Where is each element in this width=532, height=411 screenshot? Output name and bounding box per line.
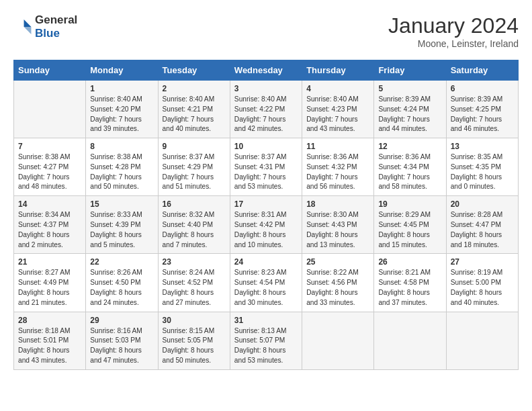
day-number: 15 [90, 199, 153, 209]
cell-content: Sunrise: 8:38 AMSunset: 4:28 PMDaylight:… [90, 152, 153, 192]
cell-content: Sunrise: 8:32 AMSunset: 4:40 PMDaylight:… [163, 210, 226, 250]
col-header-thursday: Thursday [302, 60, 374, 81]
day-number: 16 [163, 199, 226, 209]
calendar-cell: 17Sunrise: 8:31 AMSunset: 4:42 PMDayligh… [230, 196, 302, 254]
day-number: 6 [451, 84, 514, 93]
cell-content: Sunrise: 8:33 AMSunset: 4:39 PMDaylight:… [90, 210, 153, 250]
calendar-cell: 10Sunrise: 8:37 AMSunset: 4:31 PMDayligh… [230, 138, 302, 196]
col-header-sunday: Sunday [14, 60, 86, 81]
calendar-cell: 26Sunrise: 8:21 AMSunset: 4:58 PMDayligh… [374, 254, 446, 312]
calendar-cell: 16Sunrise: 8:32 AMSunset: 4:40 PMDayligh… [158, 196, 230, 254]
cell-content: Sunrise: 8:37 AMSunset: 4:31 PMDaylight:… [234, 152, 298, 192]
calendar-cell: 5Sunrise: 8:39 AMSunset: 4:24 PMDaylight… [374, 81, 446, 138]
calendar-cell [374, 312, 446, 369]
day-number: 18 [306, 199, 369, 209]
col-header-saturday: Saturday [446, 60, 518, 81]
location: Moone, Leinster, Ireland [388, 38, 519, 49]
logo-blue: Blue [35, 27, 60, 40]
calendar-cell: 22Sunrise: 8:26 AMSunset: 4:50 PMDayligh… [86, 254, 158, 312]
day-number: 12 [378, 142, 441, 151]
day-number: 29 [90, 316, 153, 325]
cell-content: Sunrise: 8:31 AMSunset: 4:42 PMDaylight:… [234, 210, 298, 250]
day-number: 19 [378, 199, 441, 209]
col-header-wednesday: Wednesday [230, 60, 302, 81]
day-number: 8 [90, 142, 153, 151]
day-number: 4 [306, 84, 369, 93]
cell-content: Sunrise: 8:37 AMSunset: 4:29 PMDaylight:… [163, 152, 226, 192]
calendar-cell: 9Sunrise: 8:37 AMSunset: 4:29 PMDaylight… [158, 138, 230, 196]
calendar-cell [302, 312, 374, 369]
day-number: 11 [306, 142, 369, 151]
cell-content: Sunrise: 8:13 AMSunset: 5:07 PMDaylight:… [234, 326, 298, 366]
col-header-monday: Monday [86, 60, 158, 81]
svg-marker-0 [24, 19, 32, 27]
calendar-cell: 21Sunrise: 8:27 AMSunset: 4:49 PMDayligh… [14, 254, 86, 312]
calendar-cell: 12Sunrise: 8:36 AMSunset: 4:34 PMDayligh… [374, 138, 446, 196]
cell-content: Sunrise: 8:18 AMSunset: 5:01 PMDaylight:… [18, 326, 81, 366]
svg-marker-1 [24, 27, 32, 34]
cell-content: Sunrise: 8:39 AMSunset: 4:25 PMDaylight:… [451, 95, 514, 134]
logo-icon [13, 17, 32, 36]
calendar-cell: 18Sunrise: 8:30 AMSunset: 4:43 PMDayligh… [302, 196, 374, 254]
cell-content: Sunrise: 8:40 AMSunset: 4:23 PMDaylight:… [306, 95, 369, 134]
cell-content: Sunrise: 8:35 AMSunset: 4:35 PMDaylight:… [451, 152, 514, 192]
calendar-cell: 13Sunrise: 8:35 AMSunset: 4:35 PMDayligh… [446, 138, 518, 196]
calendar-cell: 1Sunrise: 8:40 AMSunset: 4:20 PMDaylight… [86, 81, 158, 138]
day-number: 30 [163, 316, 226, 325]
calendar-cell: 8Sunrise: 8:38 AMSunset: 4:28 PMDaylight… [86, 138, 158, 196]
cell-content: Sunrise: 8:15 AMSunset: 5:05 PMDaylight:… [163, 326, 226, 366]
calendar-cell: 6Sunrise: 8:39 AMSunset: 4:25 PMDaylight… [446, 81, 518, 138]
cell-content: Sunrise: 8:22 AMSunset: 4:56 PMDaylight:… [306, 268, 369, 308]
calendar-cell: 3Sunrise: 8:40 AMSunset: 4:22 PMDaylight… [230, 81, 302, 138]
cell-content: Sunrise: 8:19 AMSunset: 5:00 PMDaylight:… [451, 268, 514, 308]
week-row-3: 14Sunrise: 8:34 AMSunset: 4:37 PMDayligh… [14, 196, 519, 254]
cell-content: Sunrise: 8:27 AMSunset: 4:49 PMDaylight:… [18, 268, 81, 308]
calendar-cell: 29Sunrise: 8:16 AMSunset: 5:03 PMDayligh… [86, 312, 158, 369]
day-number: 28 [18, 316, 81, 325]
month-year: January 2024 [388, 13, 519, 38]
cell-content: Sunrise: 8:30 AMSunset: 4:43 PMDaylight:… [306, 210, 369, 250]
calendar-cell: 27Sunrise: 8:19 AMSunset: 5:00 PMDayligh… [446, 254, 518, 312]
day-number: 3 [234, 84, 298, 93]
cell-content: Sunrise: 8:36 AMSunset: 4:34 PMDaylight:… [378, 152, 441, 192]
day-number: 14 [18, 199, 81, 209]
page-header: General Blue January 2024 Moone, Leinste… [13, 13, 519, 49]
calendar-cell: 11Sunrise: 8:36 AMSunset: 4:32 PMDayligh… [302, 138, 374, 196]
day-number: 7 [18, 142, 81, 151]
calendar-cell: 31Sunrise: 8:13 AMSunset: 5:07 PMDayligh… [230, 312, 302, 369]
calendar-cell [14, 81, 86, 138]
cell-content: Sunrise: 8:36 AMSunset: 4:32 PMDaylight:… [306, 152, 369, 192]
calendar-cell: 14Sunrise: 8:34 AMSunset: 4:37 PMDayligh… [14, 196, 86, 254]
day-number: 13 [451, 142, 514, 151]
week-row-5: 28Sunrise: 8:18 AMSunset: 5:01 PMDayligh… [14, 312, 519, 369]
calendar-cell: 2Sunrise: 8:40 AMSunset: 4:21 PMDaylight… [158, 81, 230, 138]
calendar-cell: 15Sunrise: 8:33 AMSunset: 4:39 PMDayligh… [86, 196, 158, 254]
day-number: 17 [234, 199, 298, 209]
calendar-cell: 28Sunrise: 8:18 AMSunset: 5:01 PMDayligh… [14, 312, 86, 369]
day-number: 31 [234, 316, 298, 325]
calendar-cell [446, 312, 518, 369]
col-header-friday: Friday [374, 60, 446, 81]
week-row-1: 1Sunrise: 8:40 AMSunset: 4:20 PMDaylight… [14, 81, 519, 138]
week-row-4: 21Sunrise: 8:27 AMSunset: 4:49 PMDayligh… [14, 254, 519, 312]
day-number: 25 [306, 257, 369, 267]
cell-content: Sunrise: 8:40 AMSunset: 4:21 PMDaylight:… [163, 95, 226, 134]
cell-content: Sunrise: 8:23 AMSunset: 4:54 PMDaylight:… [234, 268, 298, 308]
cell-content: Sunrise: 8:38 AMSunset: 4:27 PMDaylight:… [18, 152, 81, 192]
logo: General Blue [13, 13, 77, 40]
cell-content: Sunrise: 8:40 AMSunset: 4:20 PMDaylight:… [90, 95, 153, 134]
calendar-cell: 7Sunrise: 8:38 AMSunset: 4:27 PMDaylight… [14, 138, 86, 196]
calendar-cell: 19Sunrise: 8:29 AMSunset: 4:45 PMDayligh… [374, 196, 446, 254]
day-number: 10 [234, 142, 298, 151]
logo-text: General Blue [35, 13, 77, 40]
cell-content: Sunrise: 8:28 AMSunset: 4:47 PMDaylight:… [451, 210, 514, 250]
cell-content: Sunrise: 8:21 AMSunset: 4:58 PMDaylight:… [378, 268, 441, 308]
cell-content: Sunrise: 8:39 AMSunset: 4:24 PMDaylight:… [378, 95, 441, 134]
calendar-table: SundayMondayTuesdayWednesdayThursdayFrid… [13, 60, 519, 370]
day-number: 5 [378, 84, 441, 93]
day-number: 27 [451, 257, 514, 267]
day-number: 2 [163, 84, 226, 93]
day-number: 9 [163, 142, 226, 151]
calendar-cell: 25Sunrise: 8:22 AMSunset: 4:56 PMDayligh… [302, 254, 374, 312]
calendar-cell: 20Sunrise: 8:28 AMSunset: 4:47 PMDayligh… [446, 196, 518, 254]
